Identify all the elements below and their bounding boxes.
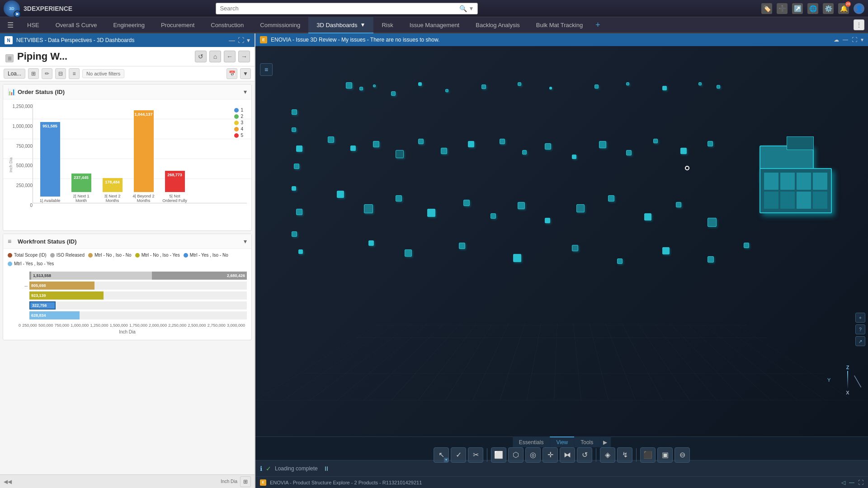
product-bar-controls: ◁ — ⛶	[841, 479, 863, 486]
home-btn[interactable]: ⌂	[209, 51, 221, 62]
tab-procurement[interactable]: Procurement	[153, 17, 203, 33]
legend-area: 1 2 3 4	[234, 108, 243, 138]
fly-btn[interactable]: ⧓	[560, 447, 575, 463]
cloud-sync-btn[interactable]: ☁	[834, 37, 839, 43]
check-tool-btn[interactable]: ✓	[451, 447, 466, 463]
tab-backlog-analysis[interactable]: Backlog Analysis	[467, 17, 528, 33]
workfront-collapse[interactable]: ▾	[244, 238, 247, 245]
tab-dropdown-arrow[interactable]: ▼	[360, 22, 365, 28]
table-view-btn[interactable]: ⊞	[28, 68, 39, 79]
tab-hse[interactable]: HSE	[19, 17, 47, 33]
pan-btn[interactable]: ✛	[542, 447, 558, 463]
workfront-x-axis-label: Inch Dia	[8, 328, 247, 336]
expand-btn[interactable]: ⛶	[238, 37, 244, 44]
add-tab-button[interactable]: +	[591, 17, 605, 33]
order-status-title: Order Status (ID)	[18, 89, 244, 95]
3d-view[interactable]: Z X Y + ? ↗	[255, 46, 868, 436]
tab-overall-s-curve[interactable]: Overall S Curve	[47, 17, 105, 33]
hamburger-menu[interactable]: ☰	[2, 17, 19, 33]
refresh-btn[interactable]: ↺	[195, 51, 207, 62]
grid-toggle-btn[interactable]: ⊞	[240, 476, 251, 487]
fit-btn[interactable]: ↺	[577, 447, 592, 463]
fullscreen-btn[interactable]: ⬛	[640, 447, 656, 463]
collapse-sidebar-btn[interactable]: ◀◀	[4, 479, 12, 485]
forward-btn[interactable]: →	[238, 51, 250, 62]
select-tool-btn[interactable]: ↖ ▼	[434, 447, 449, 463]
bar-available[interactable]: 951,585 1| Available	[38, 122, 62, 203]
tab-issue-management[interactable]: Issue Management	[401, 17, 468, 33]
product-bar-title: ENOVIA - Product Structure Explore - 2 P…	[270, 480, 422, 485]
product-bar-minimize-btn[interactable]: —	[849, 479, 854, 486]
view-options-icon[interactable]: ≡	[260, 63, 273, 76]
toolbar-tab-essentials[interactable]: Essentials	[513, 436, 550, 447]
product-bar-back-btn[interactable]: ◁	[841, 479, 845, 486]
search-bar[interactable]: 🔍 ▼	[216, 3, 478, 14]
sidebar-toggle[interactable]: ☰	[5, 54, 14, 62]
panel-title-bar: ☰ Piping W... ↺ ⌂ ← →	[0, 47, 255, 66]
toolbar-tab-tools[interactable]: Tools	[574, 436, 599, 447]
bookmark-icon[interactable]: 🏷️	[761, 3, 772, 14]
workfront-chart-card: ≡ Workfront Status (ID) ▾ Total Scope (I…	[3, 234, 252, 340]
zoom-help-icon[interactable]: ?	[855, 324, 865, 334]
search-input[interactable]	[220, 5, 459, 12]
minimize-enovia-btn[interactable]: —	[843, 37, 848, 43]
view-reset-icon[interactable]: ↗	[855, 336, 865, 346]
load-button[interactable]: Loa...	[4, 69, 25, 79]
tab-risk[interactable]: Risk	[373, 17, 401, 33]
toolbar-row: Loa... ⊞ ✏ ⊟ ≡ No active filters 📅 ▼	[0, 66, 255, 81]
grid-btn[interactable]: ⊟	[55, 68, 66, 79]
wf-legend-mtrl-yes-iso-no: Mtrl - Yes , Iso - No	[184, 253, 228, 258]
netvibes-header: N NETVIBES - Data Perspectives - 3D Dash…	[0, 33, 255, 47]
back-btn[interactable]: ←	[224, 51, 236, 62]
notification-icon[interactable]: 🔔 28	[838, 3, 849, 14]
edit-btn[interactable]: ✏	[42, 68, 52, 79]
workfront-icon: ≡	[8, 238, 15, 245]
network-icon[interactable]: 🌐	[807, 3, 818, 14]
order-status-collapse[interactable]: ▾	[244, 88, 247, 95]
add-icon[interactable]: ➕	[777, 3, 788, 14]
collapse-btn[interactable]: ▾	[247, 37, 250, 44]
tab-more-options[interactable]: ⋮	[854, 19, 864, 30]
list-btn[interactable]: ≡	[69, 68, 80, 79]
filter-btn[interactable]: ▼	[240, 68, 251, 79]
settings-icon[interactable]: ⚙️	[823, 3, 834, 14]
tab-construction[interactable]: Construction	[203, 17, 252, 33]
enovia-issue-header: E ENOVIA - Issue 3D Review - My issues -…	[255, 33, 868, 46]
wf-dot-mtrl-yes-iso-no	[184, 253, 188, 258]
perspective-btn[interactable]: ⬡	[508, 447, 524, 463]
bar-next2months[interactable]: 178,484 3| Next 2 Months	[100, 178, 125, 203]
calendar-icon[interactable]: 📅	[226, 68, 237, 79]
product-bar-expand-btn[interactable]: ⛶	[858, 479, 863, 486]
split-view-btn[interactable]: ▣	[657, 447, 673, 463]
search-dropdown-icon[interactable]: ▼	[469, 5, 474, 12]
zoom-icon[interactable]: +	[855, 313, 865, 323]
explode-btn[interactable]: ↯	[617, 447, 632, 463]
tab-bulk-mat-tracking[interactable]: Bulk Mat Tracking	[528, 17, 591, 33]
workfront-legend: Total Scope (ID) ISO Released Mtrl - No …	[8, 253, 247, 266]
cut-tool-btn[interactable]: ✂	[468, 447, 483, 463]
toolbar-divider-2	[596, 448, 596, 462]
subtract-btn[interactable]: ⊖	[675, 447, 690, 463]
wf-legend-iso: ISO Released	[50, 253, 85, 258]
maximize-enovia-btn[interactable]: ⛶	[852, 37, 857, 43]
enovia-icon: E	[260, 36, 267, 43]
pause-btn[interactable]: ⏸	[323, 465, 330, 472]
bottom-product-bar: E ENOVIA - Product Structure Explore - 2…	[255, 476, 868, 488]
minimize-btn[interactable]: —	[229, 37, 235, 44]
netvibes-controls: — ⛶ ▾	[229, 37, 250, 44]
orbit-btn[interactable]: ◎	[525, 447, 541, 463]
bar-next1month[interactable]: 237,445 2| Next 1 Month	[69, 174, 94, 203]
tab-3d-dashboards[interactable]: 3D Dashboards ▼	[308, 17, 373, 33]
user-avatar[interactable]: 👤	[854, 3, 864, 14]
toolbar-tab-view[interactable]: View	[550, 436, 574, 447]
tab-engineering[interactable]: Engineering	[105, 17, 152, 33]
share-icon[interactable]: ↗️	[792, 3, 803, 14]
material-btn[interactable]: ◈	[600, 447, 615, 463]
toolbar-tab-more[interactable]: ▶	[599, 436, 611, 447]
bar-not-ordered[interactable]: 268,773 5| Not Ordered Fully	[162, 171, 187, 203]
tab-commissioning[interactable]: Commissioning	[252, 17, 308, 33]
bar-beyond2months[interactable]: 1,044,137 4| Beyond 2 Months	[131, 110, 156, 203]
enovia-header-controls: ☁ — ⛶ ▾	[834, 37, 863, 43]
collapse-enovia-btn[interactable]: ▾	[861, 37, 863, 43]
box-view-btn[interactable]: ⬜	[491, 447, 506, 463]
